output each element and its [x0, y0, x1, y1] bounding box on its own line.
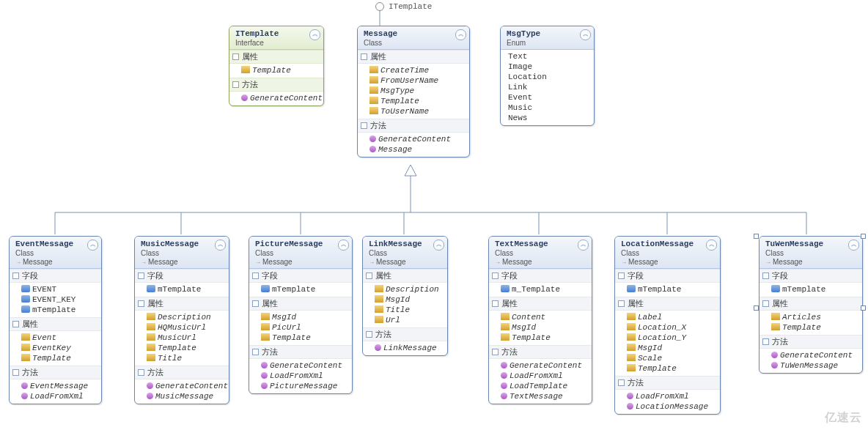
- member-item: LoadTemplate: [501, 381, 590, 391]
- member-item: GenerateContent: [501, 360, 590, 371]
- member-item: CreateTime: [369, 65, 468, 75]
- interface-label: ITemplate: [389, 2, 432, 11]
- class-textmessage[interactable]: TextMessage Class Message 字段 m_Template …: [488, 236, 592, 404]
- member-item: Scale: [627, 353, 718, 363]
- member-item: EventKey: [21, 343, 100, 353]
- watermark: 亿速云: [825, 410, 862, 426]
- member-item: EventMessage: [21, 381, 100, 391]
- selection-handle[interactable]: [861, 234, 866, 239]
- member-item: MsgId: [627, 343, 718, 353]
- member-item: Description: [147, 312, 227, 322]
- member-item: Template: [771, 322, 861, 333]
- member-item: MsgId: [501, 322, 590, 333]
- collapse-icon[interactable]: [215, 240, 226, 251]
- member-item: MsgType: [369, 86, 468, 96]
- member-item: TextMessage: [501, 391, 590, 401]
- member-item: Message: [369, 144, 468, 155]
- member-item: Music: [508, 103, 592, 113]
- collapse-icon[interactable]: [455, 29, 466, 40]
- member-item: Url: [375, 315, 446, 325]
- class-kind: Interface: [235, 39, 319, 47]
- collapse-icon[interactable]: [87, 240, 98, 251]
- member-item: Template: [369, 96, 468, 106]
- collapse-icon[interactable]: [848, 240, 859, 251]
- class-locationmessage[interactable]: LocationMessage Class Message 字段 mTempla…: [614, 236, 721, 415]
- member-item: m_Template: [501, 284, 590, 294]
- class-message[interactable]: Message Class 属性 CreateTimeFromUserNameM…: [357, 26, 470, 157]
- member-item: News: [508, 113, 592, 123]
- member-item: LoadFromXml: [627, 391, 718, 401]
- section-properties[interactable]: 属性: [229, 50, 323, 64]
- member-item: PicUrl: [261, 322, 350, 333]
- member-item: Title: [147, 353, 227, 363]
- member-item: LocationMessage: [627, 401, 718, 412]
- member-item: Label: [627, 312, 718, 322]
- member-item: Event: [21, 333, 100, 343]
- member-item: PictureMessage: [261, 381, 350, 391]
- member-item: Text: [508, 51, 592, 62]
- class-name: Message: [364, 29, 465, 38]
- collapse-icon[interactable]: [706, 240, 717, 251]
- collapse-icon[interactable]: [309, 29, 320, 40]
- member-item: Content: [501, 312, 590, 322]
- member-item: GenerateContent: [241, 93, 322, 103]
- member-item: MusicUrl: [147, 333, 227, 343]
- member-item: Template: [241, 65, 322, 75]
- class-linkmessage[interactable]: LinkMessage Class Message 属性 Description…: [362, 236, 448, 356]
- member-item: HQMusicUrl: [147, 322, 227, 333]
- member-item: Location_X: [627, 322, 718, 333]
- member-item: GenerateContent: [147, 381, 227, 391]
- member-item: Location_Y: [627, 333, 718, 343]
- member-item: Title: [375, 305, 446, 315]
- member-item: LoadFromXml: [21, 391, 100, 401]
- member-item: GenerateContent: [261, 360, 350, 371]
- member-item: mTemplate: [261, 284, 350, 294]
- member-item: mTemplate: [627, 284, 718, 294]
- member-item: Link: [508, 82, 592, 92]
- collapse-icon[interactable]: [580, 29, 591, 40]
- class-musicmessage[interactable]: MusicMessage Class Message 字段 mTemplate …: [134, 236, 229, 404]
- selection-handle[interactable]: [754, 305, 759, 311]
- member-item: ToUserName: [369, 106, 468, 116]
- class-name: ITemplate: [235, 29, 319, 38]
- member-item: EVENT_KEY: [21, 294, 100, 305]
- collapse-icon[interactable]: [433, 240, 444, 251]
- selection-handle[interactable]: [861, 305, 866, 311]
- selection-handle[interactable]: [754, 234, 759, 239]
- class-picturemessage[interactable]: PictureMessage Class Message 字段 mTemplat…: [249, 236, 353, 394]
- class-tuwenmessage[interactable]: TuWenMessage Class Message 字段 mTemplate …: [759, 236, 863, 374]
- member-item: Description: [375, 284, 446, 294]
- enum-msgtype[interactable]: MsgType Enum TextImageLocationLinkEventM…: [500, 26, 595, 126]
- member-item: Template: [147, 343, 227, 353]
- member-item: TuWenMessage: [771, 360, 861, 371]
- class-eventmessage[interactable]: EventMessage Class Message 字段 EVENTEVENT…: [9, 236, 102, 404]
- section-methods[interactable]: 方法: [229, 78, 323, 92]
- collapse-icon[interactable]: [338, 240, 349, 251]
- member-item: Template: [21, 353, 100, 363]
- member-item: MusicMessage: [147, 391, 227, 401]
- member-item: Location: [508, 72, 592, 82]
- member-item: GenerateContent: [369, 134, 468, 144]
- member-item: MsgId: [375, 294, 446, 305]
- member-item: Template: [627, 363, 718, 374]
- member-item: MsgId: [261, 312, 350, 322]
- class-itemplate[interactable]: ITemplate Interface 属性 Template 方法 Gener…: [229, 26, 324, 106]
- class-kind: Class: [364, 39, 465, 47]
- member-item: Template: [261, 333, 350, 343]
- member-item: Image: [508, 62, 592, 72]
- member-item: LoadFromXml: [501, 371, 590, 381]
- member-item: GenerateContent: [771, 350, 861, 360]
- collapse-icon[interactable]: [578, 240, 589, 251]
- member-item: LoadFromXml: [261, 371, 350, 381]
- member-item: mTemplate: [21, 305, 100, 315]
- member-item: Articles: [771, 312, 861, 322]
- svg-marker-2: [405, 165, 416, 176]
- member-item: mTemplate: [147, 284, 227, 294]
- interface-lollipop: [375, 2, 384, 11]
- member-item: Template: [501, 333, 590, 343]
- member-item: Event: [508, 92, 592, 103]
- member-item: mTemplate: [771, 284, 861, 294]
- member-item: LinkMessage: [375, 343, 446, 353]
- member-item: EVENT: [21, 284, 100, 294]
- member-item: FromUserName: [369, 75, 468, 86]
